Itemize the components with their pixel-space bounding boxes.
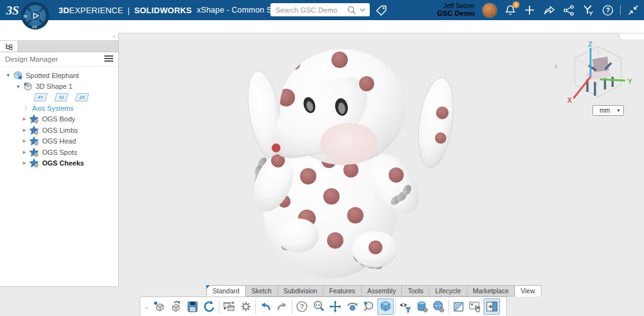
search-bar[interactable] (270, 3, 370, 16)
tab-marketplace[interactable]: Marketplace (467, 285, 515, 296)
design-manager-panel: ‹ Design Manager ▼ Spotted Elephant ▼ (0, 33, 119, 287)
tree-node-ogs-limbs[interactable]: ▶ OGS Limbs (0, 125, 118, 136)
rotate-icon (345, 300, 359, 313)
plane-xy[interactable]: XY (33, 93, 47, 101)
minimize-window-button[interactable] (626, 3, 640, 17)
3dexperience-compass-icon[interactable]: 3D V,R (21, 1, 50, 30)
help-tool-button[interactable]: ? (294, 298, 311, 315)
panel-menu-icon[interactable] (104, 55, 113, 63)
open-icon (169, 300, 183, 313)
search-icon[interactable] (347, 6, 356, 14)
expand-arrow-icon[interactable]: ▼ (15, 84, 21, 89)
expand-arrow-icon[interactable]: › (23, 105, 29, 111)
svg-text:Z: Z (588, 40, 592, 48)
expand-arrow-icon[interactable]: ▶ (21, 161, 28, 166)
help-icon: ? (295, 300, 309, 313)
viewport-corner-widget[interactable] (619, 33, 644, 40)
globe-icon (431, 300, 445, 313)
toolbar-separator (219, 300, 219, 313)
tab-assembly[interactable]: Assembly (362, 285, 402, 296)
share-network-button[interactable] (562, 3, 575, 17)
notifications-button[interactable]: 2 (503, 3, 517, 17)
3dswym-icon (582, 4, 594, 16)
hide-show-button[interactable] (397, 298, 414, 315)
share-button[interactable] (542, 3, 556, 17)
tab-lifecycle[interactable]: Lifecycle (430, 285, 467, 296)
user-org: GSC Demo (437, 9, 475, 18)
viewcube-collapse-arrow[interactable]: ‹ (555, 62, 557, 71)
user-info[interactable]: Jeff Setzer GSC Demo (437, 2, 475, 18)
expand-arrow-icon[interactable]: ▶ (21, 138, 28, 144)
units-chevron-icon: ▼ (616, 108, 623, 113)
new-content-icon (152, 300, 166, 313)
undo-button[interactable] (257, 298, 274, 315)
app-title[interactable]: 3DEXPERIENCE | SOLIDWORKS xShape - Commo… (58, 6, 303, 15)
tree-planes-row: XY YZ ZX (0, 92, 118, 103)
search-input[interactable] (270, 6, 347, 14)
3d-shape-icon (23, 82, 33, 91)
expand-panel-button[interactable] (484, 298, 501, 315)
share-arrow-icon (543, 4, 555, 16)
search-options-chevron-icon[interactable] (360, 8, 365, 12)
tree-node-shape[interactable]: ▼ 3D Shape 1 (0, 81, 118, 93)
tree-node-ogs-body[interactable]: ▶ OGS Body (0, 114, 118, 125)
add-content-button[interactable] (523, 3, 536, 17)
tree-label: OGS Limbs (42, 127, 78, 134)
units-dropdown[interactable]: mm ▼ (592, 105, 624, 116)
tab-subdivision[interactable]: Subdivision (278, 285, 324, 296)
tree-node-axis-systems[interactable]: › Axis Systems (0, 103, 118, 114)
tree-node-root[interactable]: ▼ Spotted Elephant (0, 70, 118, 81)
save-button[interactable] (184, 298, 201, 315)
share-nodes-icon (563, 4, 575, 16)
avatar[interactable] (482, 3, 497, 18)
minimize-window-icon (628, 4, 639, 16)
3d-viewport[interactable]: ‹ Z X Y mm ▼ (118, 33, 644, 286)
expand-arrow-icon[interactable]: ▼ (5, 73, 11, 77)
subdivision-feature-icon (29, 158, 39, 168)
zoom-icon (312, 300, 326, 313)
open-button[interactable] (168, 298, 185, 315)
display-modes-button[interactable] (414, 298, 431, 315)
zoom-button[interactable] (311, 298, 328, 315)
3ds-logo[interactable]: 3S (6, 3, 21, 18)
plane-zx[interactable]: ZX (75, 93, 89, 101)
section-button[interactable] (450, 298, 467, 315)
tab-tools[interactable]: Tools (402, 285, 430, 296)
zoom-area-button[interactable] (360, 298, 377, 315)
expand-arrow-icon[interactable]: ▶ (21, 128, 28, 133)
tab-view[interactable]: View (515, 285, 541, 296)
tag-icon[interactable] (375, 4, 387, 16)
tab-design-tree[interactable] (0, 41, 18, 52)
expand-arrow-icon[interactable]: ▶ (21, 116, 28, 121)
tree-node-ogs-head[interactable]: ▶ OGS Head (0, 136, 118, 147)
subdivision-feature-icon (29, 136, 39, 146)
new-content-button[interactable] (151, 298, 168, 315)
tab-sketch[interactable]: Sketch (246, 285, 278, 296)
plane-yz[interactable]: YZ (54, 93, 68, 101)
tab-features[interactable]: Features (323, 285, 361, 296)
window-layout-button[interactable] (221, 298, 238, 315)
cylinder-icon (415, 300, 429, 313)
svg-text:?: ? (300, 303, 304, 310)
help-button[interactable]: ? (601, 3, 614, 17)
expand-panel-icon (485, 300, 499, 313)
undo-icon (258, 300, 272, 313)
panel-collapse-arrow[interactable]: ‹ (113, 33, 115, 40)
3dswym-button[interactable] (581, 3, 595, 17)
zoom-area-icon (362, 300, 375, 313)
rotate-button[interactable] (344, 298, 361, 315)
tree-node-ogs-spots[interactable]: ▶ OGS Spots (0, 147, 118, 158)
tree-node-ogs-cheeks[interactable]: ▶ OGS Cheeks (0, 158, 118, 169)
settings-button[interactable] (238, 298, 255, 315)
view-cube[interactable]: Z X Y (561, 40, 635, 104)
pan-button[interactable] (327, 298, 344, 315)
redo-button[interactable] (274, 298, 291, 315)
panel-title-row: Design Manager (0, 52, 118, 67)
tab-standard[interactable]: Standard (206, 285, 246, 296)
expand-arrow-icon[interactable]: ▶ (21, 150, 28, 155)
touch-mode-button[interactable] (467, 298, 484, 315)
refresh-button[interactable] (201, 298, 218, 315)
render-style-button[interactable] (430, 298, 447, 315)
toolbar-collapse-chevron[interactable]: ⌄ (142, 303, 151, 310)
isometric-view-button[interactable] (377, 298, 394, 315)
